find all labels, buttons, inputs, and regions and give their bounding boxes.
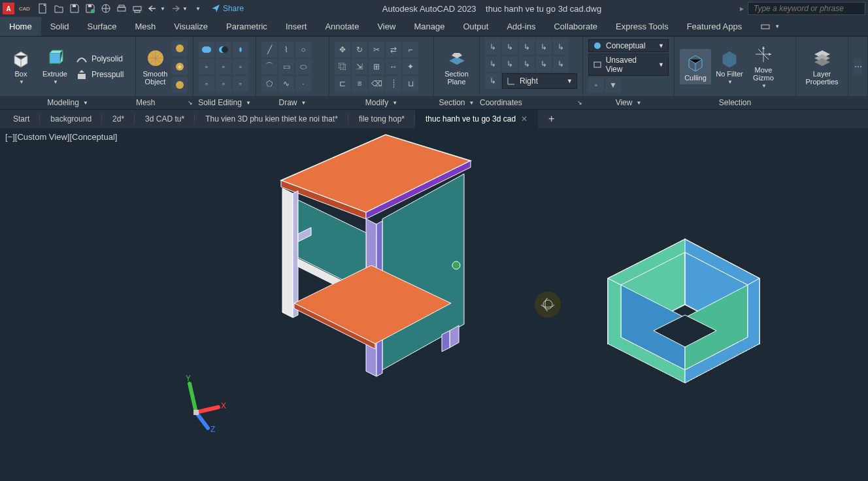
tab-collaborate[interactable]: Collaborate bbox=[544, 17, 607, 36]
stretch-icon[interactable]: ↔ bbox=[386, 59, 401, 75]
tab-addins[interactable]: Add-ins bbox=[497, 17, 544, 36]
arc-icon[interactable]: ⌒ bbox=[261, 59, 277, 75]
trim-icon[interactable]: ✂ bbox=[369, 42, 384, 58]
redo-icon[interactable]: ▼ bbox=[169, 3, 188, 14]
layer-properties-button[interactable]: Layer Properties bbox=[801, 48, 843, 86]
ucs-origin-icon[interactable]: ↳ bbox=[519, 56, 535, 72]
file-tab-active[interactable]: thuc hanh ve tu go 3d cad✕ bbox=[415, 110, 538, 128]
line-icon[interactable]: ╱ bbox=[261, 42, 277, 58]
tab-view[interactable]: View bbox=[368, 17, 405, 36]
panel-title-modeling[interactable]: Modeling▼ bbox=[0, 96, 135, 109]
scale-icon[interactable]: ⇲ bbox=[352, 59, 367, 75]
plot-icon[interactable] bbox=[116, 3, 127, 14]
panel-title-section[interactable]: Section▼ bbox=[434, 96, 479, 109]
print-icon[interactable] bbox=[131, 3, 143, 14]
face-extrude-icon[interactable]: ▫ bbox=[199, 59, 214, 75]
view-manager-icon[interactable]: ▫ bbox=[588, 77, 604, 93]
offset-icon[interactable]: ⊏ bbox=[335, 76, 350, 91]
viewport[interactable]: [−][Custom View][Conceptual] X Y Z bbox=[0, 128, 868, 481]
box-button[interactable]: Box▼ bbox=[5, 48, 37, 85]
panel-title-solid-editing[interactable]: Solid Editing▼ bbox=[193, 96, 256, 109]
panel-title-mesh[interactable]: Mesh↘ bbox=[136, 96, 193, 109]
mesh-refine-icon[interactable] bbox=[172, 77, 188, 93]
visual-style-select[interactable]: Conceptual▼ bbox=[588, 39, 669, 52]
ucs-y-icon[interactable]: ↳ bbox=[519, 39, 535, 55]
search-input[interactable] bbox=[748, 2, 865, 15]
panel-title-draw[interactable]: Draw▼ bbox=[256, 96, 329, 109]
tab-surface[interactable]: Surface bbox=[78, 17, 126, 36]
mirror-icon[interactable]: ⇄ bbox=[386, 42, 401, 58]
tab-mesh[interactable]: Mesh bbox=[125, 17, 165, 36]
spline-icon[interactable]: ∿ bbox=[278, 76, 294, 91]
mesh-less-icon[interactable]: + bbox=[172, 59, 188, 75]
ellipse-icon[interactable]: ⬭ bbox=[295, 59, 311, 75]
file-tab-thuvien[interactable]: Thu vien 3D phu kien thiet ke noi that* bbox=[195, 110, 348, 128]
new-tab-button[interactable]: + bbox=[538, 110, 565, 128]
panel-title-view[interactable]: View▼ bbox=[583, 96, 674, 109]
file-tab-filetong[interactable]: file tong hop* bbox=[348, 110, 415, 128]
open-icon[interactable] bbox=[53, 3, 65, 14]
panel-title-coordinates[interactable]: Coordinates↘ bbox=[480, 96, 582, 109]
move-gizmo-button[interactable]: Move Gizmo▼ bbox=[748, 44, 779, 89]
mesh-more-icon[interactable] bbox=[172, 41, 188, 56]
qat-dropdown-icon[interactable]: ▼ bbox=[192, 3, 203, 14]
ucs-prev-icon[interactable]: ↳ bbox=[485, 73, 501, 89]
copy-icon[interactable]: ⿻ bbox=[335, 59, 350, 75]
union-icon[interactable] bbox=[199, 42, 214, 58]
join-icon[interactable]: ⊔ bbox=[403, 76, 418, 91]
point-icon[interactable]: · bbox=[295, 76, 311, 91]
fillet-icon[interactable]: ⌐ bbox=[403, 42, 418, 58]
share-button[interactable]: Share bbox=[211, 4, 244, 13]
named-view-select[interactable]: Unsaved View▼ bbox=[588, 54, 669, 76]
ucs-named-icon[interactable]: ↳ bbox=[553, 39, 569, 55]
tab-overflow-icon[interactable]: ▼ bbox=[751, 17, 789, 36]
explode-icon[interactable]: ✦ bbox=[403, 59, 418, 75]
presspull-button[interactable]: Presspull bbox=[73, 67, 126, 82]
array-icon[interactable]: ⊞ bbox=[369, 59, 384, 75]
undo-icon[interactable]: ▼ bbox=[147, 3, 165, 14]
extrude-button[interactable]: Extrude▼ bbox=[39, 48, 71, 85]
polysolid-button[interactable]: Polysolid bbox=[73, 52, 126, 66]
file-tab-3dcadtu[interactable]: 3d CAD tu* bbox=[135, 110, 195, 128]
erase-icon[interactable]: ⌫ bbox=[369, 76, 384, 91]
subtract-icon[interactable] bbox=[216, 42, 231, 58]
tab-manage[interactable]: Manage bbox=[405, 17, 454, 36]
save-icon[interactable] bbox=[69, 3, 80, 14]
edge-chamfer-icon[interactable]: ▫ bbox=[216, 76, 231, 91]
file-tab-start[interactable]: Start bbox=[3, 110, 40, 128]
panel-title-modify[interactable]: Modify▼ bbox=[329, 96, 433, 109]
no-filter-button[interactable]: No Filter▼ bbox=[714, 48, 745, 85]
shell-icon[interactable]: ▫ bbox=[233, 76, 248, 91]
file-tab-2d[interactable]: 2d* bbox=[102, 110, 135, 128]
ucs-3point-icon[interactable]: ↳ bbox=[536, 56, 552, 72]
file-tab-background[interactable]: background bbox=[40, 110, 102, 128]
web-save-icon[interactable] bbox=[100, 3, 112, 14]
close-tab-icon[interactable]: ✕ bbox=[521, 114, 527, 124]
panel-overflow-icon[interactable]: ⋯ bbox=[854, 59, 862, 75]
tab-express[interactable]: Express Tools bbox=[607, 17, 678, 36]
align-icon[interactable]: ≡ bbox=[352, 76, 367, 91]
culling-button[interactable]: Culling bbox=[680, 49, 711, 84]
new-icon[interactable] bbox=[37, 3, 49, 14]
ucs-named-select[interactable]: Right▼ bbox=[502, 73, 577, 89]
intersect-icon[interactable] bbox=[233, 42, 248, 58]
move-icon[interactable]: ✥ bbox=[335, 42, 350, 58]
rotate-icon[interactable]: ↻ bbox=[352, 42, 367, 58]
ucs-face-icon[interactable]: ↳ bbox=[485, 56, 501, 72]
tab-parametric[interactable]: Parametric bbox=[217, 17, 276, 36]
tab-annotate[interactable]: Annotate bbox=[316, 17, 368, 36]
face-move-icon[interactable]: ▫ bbox=[233, 59, 248, 75]
ucs-view-icon[interactable]: ↳ bbox=[502, 56, 518, 72]
view-dd-icon[interactable]: ▼ bbox=[605, 77, 621, 93]
polyline-icon[interactable]: ⌇ bbox=[278, 42, 294, 58]
section-plane-button[interactable]: Section Plane bbox=[439, 48, 474, 86]
info-caret-icon[interactable]: ▸ bbox=[740, 4, 744, 13]
tab-home[interactable]: Home bbox=[0, 17, 41, 36]
smooth-object-button[interactable]: Smooth Object bbox=[141, 48, 169, 86]
face-taper-icon[interactable]: ▫ bbox=[216, 59, 231, 75]
ucs-x-icon[interactable]: ↳ bbox=[502, 39, 518, 55]
tab-visualize[interactable]: Visualize bbox=[165, 17, 217, 36]
tab-insert[interactable]: Insert bbox=[276, 17, 316, 36]
ucs-z-icon[interactable]: ↳ bbox=[536, 39, 552, 55]
polygon-icon[interactable]: ⬠ bbox=[261, 76, 277, 91]
